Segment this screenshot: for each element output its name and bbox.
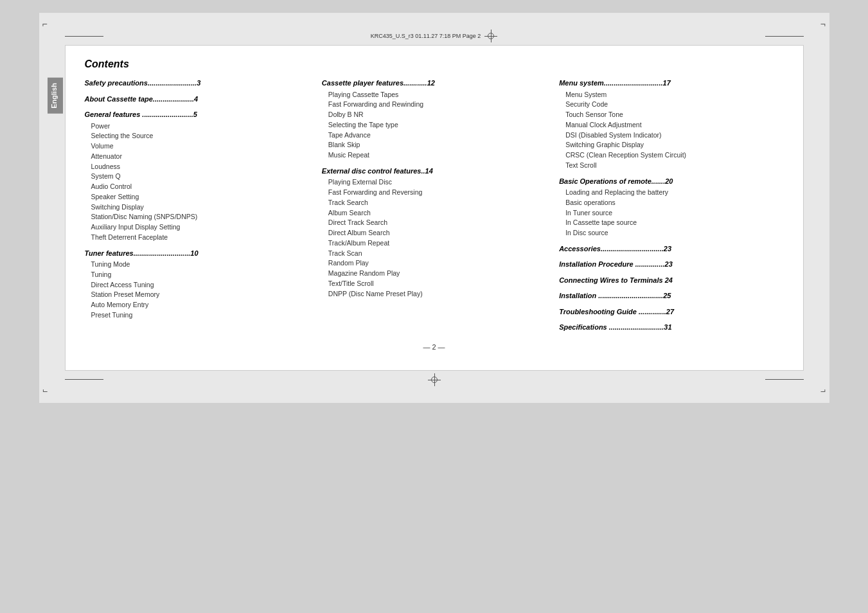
printer-marks-bottom — [39, 373, 829, 386]
section-installation-proc: Installation Procedure ...............23 — [559, 259, 783, 270]
crosshair-bottom — [428, 373, 441, 386]
item-tuningmode: Tuning Mode — [85, 260, 309, 270]
corner-marks-top: ⌐ ⌐ — [39, 19, 829, 28]
item-fastforwardreverse: Fast Forwarding and Reversing — [322, 188, 546, 198]
item-directtrack: Direct Track Search — [322, 218, 546, 228]
section-installation: Installation ...........................… — [559, 290, 783, 301]
printer-line-bottom-right — [765, 379, 804, 380]
item-tapetype: Selecting the Tape type — [322, 120, 546, 130]
item-blankskip: Blank Skip — [322, 140, 546, 150]
item-directaccess: Direct Access Tuning — [85, 280, 309, 290]
item-tapeadvance: Tape Advance — [322, 130, 546, 141]
item-musicrepeat: Music Repeat — [322, 150, 546, 161]
item-auxinput: Auxiliary Input Display Setting — [85, 222, 309, 233]
page-title: Contents — [85, 58, 784, 70]
printer-line-right — [765, 36, 804, 37]
item-theft: Theft Deterrent Faceplate — [85, 233, 309, 243]
item-trackscan: Track Scan — [322, 249, 546, 259]
printer-marks-top: KRC435_U.S_r3 01.11.27 7:18 PM Page 2 — [39, 30, 829, 42]
item-systemq: System Q — [85, 172, 309, 182]
section-cassetteplayer: Cassette player features............12 — [322, 78, 546, 89]
corner-mark-top-right: ⌐ — [820, 19, 826, 28]
item-audiocontrol: Audio Control — [85, 182, 309, 192]
item-securitycode: Security Code — [559, 100, 783, 110]
section-safety: Safety precautions......................… — [85, 78, 309, 89]
item-presettuning: Preset Tuning — [85, 310, 309, 321]
item-trackalbumrepeat: Track/Album Repeat — [322, 238, 546, 249]
section-general: General features .......................… — [85, 109, 309, 120]
item-menusystem: Menu System — [559, 90, 783, 100]
item-crsc: CRSC (Clean Reception System Circuit) — [559, 150, 783, 161]
item-albumsearch: Album Search — [322, 208, 546, 218]
section-connecting: Connecting Wires to Terminals 24 — [559, 275, 783, 286]
item-playingexternal: Playing External Disc — [322, 177, 546, 188]
section-cassette-tape: About Cassette tape.....................… — [85, 94, 309, 105]
item-switchinggraphic: Switching Graphic Display — [559, 140, 783, 150]
item-tracksearch: Track Search — [322, 198, 546, 208]
item-volume: Volume — [85, 141, 309, 152]
item-source: Selecting the Source — [85, 131, 309, 141]
section-tuner: Tuner features..........................… — [85, 248, 309, 259]
column-2: Cassette player features............12 P… — [322, 78, 546, 334]
section-menu: Menu system.............................… — [559, 78, 783, 89]
english-tab: English — [48, 78, 63, 114]
crosshair-top — [484, 30, 497, 42]
item-indisc: In Disc source — [559, 228, 783, 238]
item-directalbum: Direct Album Search — [322, 228, 546, 238]
item-switchingdisplay: Switching Display — [85, 202, 309, 213]
item-basicops: Basic operations — [559, 198, 783, 208]
item-stationpreset: Station Preset Memory — [85, 290, 309, 300]
printer-info: KRC435_U.S_r3 01.11.27 7:18 PM Page 2 — [371, 30, 498, 42]
printer-line-bottom-left — [65, 379, 103, 380]
item-stationnaming: Station/Disc Naming (SNPS/DNPS) — [85, 212, 309, 222]
item-power: Power — [85, 121, 309, 132]
section-accessories: Accessories.............................… — [559, 244, 783, 254]
section-specifications: Specifications .........................… — [559, 322, 783, 333]
corner-mark-top-left: ⌐ — [42, 19, 48, 28]
item-randomplay: Random Play — [322, 258, 546, 269]
corner-mark-bottom-left: ⌐ — [42, 387, 48, 396]
section-disccontrol: External disc control features..14 — [322, 166, 546, 177]
item-incassette: In Cassette tape source — [559, 218, 783, 228]
section-troubleshooting: Troubleshooting Guide ..............27 — [559, 306, 783, 317]
item-magazinerandom: Magazine Random Play — [322, 269, 546, 279]
item-dnpp: DNPP (Disc Name Preset Play) — [322, 289, 546, 299]
printer-line-left — [65, 36, 103, 37]
item-textscroll: Text/Title Scroll — [322, 279, 546, 289]
item-loadingbattery: Loading and Replacing the battery — [559, 188, 783, 198]
item-attenuator: Attenuator — [85, 152, 309, 162]
item-clockadj: Manual Clock Adjustment — [559, 120, 783, 130]
item-fastforward: Fast Forwarding and Rewinding — [322, 100, 546, 110]
crosshair-circle-bottom — [431, 377, 438, 383]
content-page: English Contents Safety precautions.....… — [65, 45, 804, 371]
item-automemory: Auto Memory Entry — [85, 300, 309, 310]
column-3: Menu system.............................… — [559, 78, 783, 334]
page-footer: — 2 — — [85, 343, 784, 351]
corner-marks-bottom: ⌐ ⌐ — [39, 387, 829, 396]
item-touchsensor: Touch Sensor Tone — [559, 110, 783, 120]
item-tuning: Tuning — [85, 270, 309, 280]
page-wrapper: ⌐ ⌐ KRC435_U.S_r3 01.11.27 7:18 PM Page … — [39, 13, 829, 403]
item-dolby: Dolby B NR — [322, 110, 546, 120]
section-remote: Basic Operations of remote.......20 — [559, 176, 783, 187]
item-playingcassette: Playing Cassette Tapes — [322, 90, 546, 100]
item-loudness: Loudness — [85, 162, 309, 172]
item-speakersetting: Speaker Setting — [85, 192, 309, 202]
item-dsi: DSI (Disabled System Indicator) — [559, 130, 783, 141]
corner-mark-bottom-right: ⌐ — [820, 387, 826, 396]
crosshair-circle — [488, 33, 494, 39]
item-textscroll2: Text Scroll — [559, 161, 783, 171]
column-1: Safety precautions......................… — [85, 78, 309, 334]
toc-columns: Safety precautions......................… — [85, 78, 784, 334]
item-intuner: In Tuner source — [559, 208, 783, 218]
